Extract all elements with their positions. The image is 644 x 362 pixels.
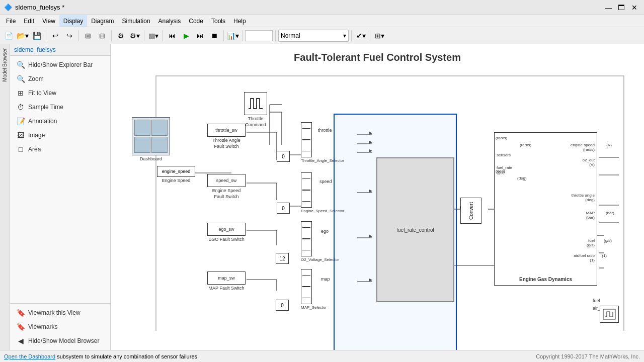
maximize-button[interactable]: 🗖	[616, 2, 627, 13]
engine-gas-block[interactable]: sensors fuel_rate(g/s) engine speed(rad/…	[494, 132, 597, 286]
map-sw-block[interactable]: map_sw MAP Fault Switch	[207, 272, 246, 291]
undo-button[interactable]: ↩	[49, 29, 62, 42]
menu-simulation[interactable]: Simulation	[118, 15, 154, 27]
mux-line1	[302, 128, 310, 129]
hide-model-browser-item[interactable]: ◀ Hide/Show Model Browser	[10, 334, 110, 348]
convert-block[interactable]: Convert	[460, 198, 481, 224]
speed-sw-box: speed_sw	[207, 174, 246, 187]
simulation-mode-dropdown[interactable]: Normal ▾	[278, 30, 349, 42]
throttle-command-block[interactable]: Throttle Command	[244, 92, 267, 127]
menu-edit[interactable]: Edit	[20, 15, 38, 27]
engine-speed-source-block[interactable]: engine_speed Engine Speed	[157, 166, 195, 183]
open-dashboard-link[interactable]: Open the Dashboard	[4, 353, 55, 359]
zoom-label: Zoom	[28, 75, 44, 82]
throttle-command-label2: Command	[245, 122, 266, 127]
sep10	[370, 30, 370, 41]
const0-throttle-block[interactable]: 0	[277, 151, 290, 162]
mux-line12	[302, 298, 310, 299]
step-back-button[interactable]: ⏮	[166, 29, 179, 42]
dashboard-block[interactable]: Dashboard	[132, 117, 170, 161]
image-item[interactable]: 🖼 Image	[10, 128, 110, 142]
deg-label1: (deg)	[496, 169, 505, 173]
sample-time-item[interactable]: ⏱ Sample Time	[10, 100, 110, 114]
dash-panel-3	[134, 137, 150, 153]
breadcrumb[interactable]: sldemo_fuelsys	[10, 44, 110, 56]
zoom-item[interactable]: 🔍 Zoom	[10, 72, 110, 86]
fuel-rate-control-block[interactable]: fuel_rate_control	[376, 157, 454, 302]
menu-analysis[interactable]: Analysis	[154, 15, 185, 27]
zoom-out-button[interactable]: ⊟	[96, 29, 109, 42]
canvas-area[interactable]: Fault-Tolerant Fuel Control System	[111, 44, 644, 350]
zoom-icon: 🔍	[16, 74, 25, 83]
sep6	[223, 30, 224, 41]
open-dropdown[interactable]: 📂▾	[16, 29, 29, 42]
menu-diagram[interactable]: Diagram	[87, 15, 118, 27]
bar-label: (bar)	[606, 211, 614, 215]
menu-code[interactable]: Code	[185, 15, 207, 27]
titlebar-controls: — 🗖 ✕	[603, 2, 640, 13]
new-button[interactable]: 📄	[2, 29, 15, 42]
hide-model-browser-label: Hide/Show Model Browser	[28, 337, 99, 344]
save-button[interactable]: 💾	[30, 29, 43, 42]
close-button[interactable]: ✕	[629, 2, 640, 13]
diagram-title: Fault-Tolerant Fuel Control System	[111, 44, 644, 68]
throttle-sw-block[interactable]: throttle_sw Throttle Angle Fault Switch	[207, 124, 246, 149]
throttle-wave-icon	[244, 92, 267, 115]
mux-line6	[302, 201, 310, 202]
ego-fault-label: EGO Fault Switch	[207, 237, 246, 242]
redo-button[interactable]: ↪	[63, 29, 76, 42]
app-icon: 🔷	[4, 4, 12, 11]
mux-line11	[302, 286, 310, 287]
speed-port-label: speed	[319, 179, 332, 184]
map-fault-label: MAP Fault Switch	[207, 286, 246, 291]
area-item[interactable]: □ Area	[10, 142, 110, 156]
grid-button[interactable]: ⊞▾	[373, 29, 386, 42]
scope-block[interactable]	[600, 306, 619, 323]
menu-file[interactable]: File	[2, 15, 20, 27]
check-button[interactable]: ✔▾	[354, 29, 367, 42]
sep4	[144, 30, 144, 41]
const0-map-block[interactable]: 0	[276, 300, 289, 311]
menu-help[interactable]: Help	[229, 15, 250, 27]
map-out-label: MAP(bar)	[586, 211, 595, 220]
minimize-button[interactable]: —	[603, 2, 614, 13]
annotation-item[interactable]: 📝 Annotation	[10, 114, 110, 128]
engine-speed-fault-label2: Fault Switch	[207, 194, 246, 199]
const0-speed-block[interactable]: 0	[277, 203, 290, 214]
fit-to-view-item[interactable]: ⊞ Fit to View	[10, 86, 110, 100]
annotation-icon: 📝	[16, 117, 25, 126]
speed-sw-block[interactable]: speed_sw Engine Speed Fault Switch	[207, 174, 246, 199]
ego-sw-block[interactable]: ego_sw EGO Fault Switch	[207, 223, 246, 242]
viewmarks-item[interactable]: 🔖 Viewmarks	[10, 320, 110, 334]
dashboard-diagram	[132, 117, 170, 155]
menu-tools[interactable]: Tools	[207, 15, 229, 27]
mux-line9	[302, 250, 310, 251]
stop-button[interactable]: ⏹	[208, 29, 221, 42]
map-sw-box: map_sw	[207, 272, 246, 285]
hide-explorer-item[interactable]: 🔍 Hide/Show Explorer Bar	[10, 58, 110, 72]
sep8	[275, 30, 276, 41]
params-dropdown[interactable]: ⚙▾	[128, 29, 141, 42]
display-btn[interactable]: ▦▾	[147, 29, 160, 42]
rads-label2: (rad/s)	[520, 143, 531, 147]
step-fwd-button[interactable]: ⏭	[194, 29, 207, 42]
settings-button[interactable]: ⚙	[114, 29, 127, 42]
mux-line2	[302, 139, 310, 140]
menu-display[interactable]: Display	[59, 15, 87, 27]
const12-block[interactable]: 12	[276, 253, 289, 264]
viewmark-this-item[interactable]: 🔖 Viewmark this View	[10, 306, 110, 320]
sample-time-label: Sample Time	[28, 104, 63, 111]
viewmarks-label: Viewmarks	[28, 323, 57, 330]
run-button[interactable]: ▶	[180, 29, 193, 42]
sim-time-input[interactable]: 2000	[245, 30, 273, 41]
one-label: (1)	[602, 253, 607, 258]
scope-button[interactable]: 📊▾	[226, 29, 239, 42]
image-icon: 🖼	[16, 131, 25, 140]
copyright-text: Copyright 1990-2017 The MathWorks, Inc.	[536, 353, 640, 359]
ego-port-label: ego	[321, 229, 329, 234]
map-selector-block[interactable]: MAP_Selector	[301, 269, 327, 310]
zoom-in-button[interactable]: ⊞	[82, 29, 95, 42]
model-browser-tab[interactable]: Model Browser	[1, 46, 9, 84]
menu-view[interactable]: View	[38, 15, 59, 27]
mux-line3	[302, 151, 310, 152]
